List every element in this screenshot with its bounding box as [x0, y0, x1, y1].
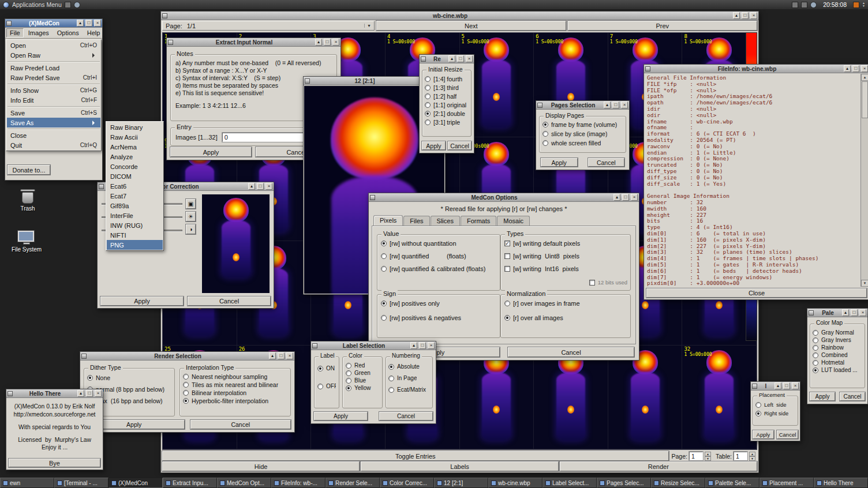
cancel-button[interactable]: Cancel — [190, 420, 291, 429]
menu-item[interactable]: Info Show Ctrl+G — [7, 85, 100, 95]
radio-option[interactable]: Right side — [755, 410, 795, 416]
radio-option[interactable]: Combined — [813, 352, 862, 358]
taskbar-item[interactable]: MedCon Opt... — [217, 478, 271, 488]
menu-item[interactable]: Open Ctrl+O — [7, 40, 100, 50]
maximize-button[interactable]: □ — [742, 12, 749, 19]
radio-option[interactable]: [rw] quantified (floats) — [381, 253, 496, 260]
close-button[interactable]: Close — [646, 288, 867, 298]
checkbox-option[interactable]: [w] writing Int16 pixels — [504, 265, 627, 272]
apply-button[interactable]: Apply — [422, 141, 446, 150]
taskbar-item[interactable]: Palette Sele... — [705, 478, 760, 488]
shade-button[interactable]: ▴ — [842, 309, 849, 316]
shade-button[interactable]: ▴ — [77, 390, 84, 397]
maximize-button[interactable]: □ — [783, 382, 790, 389]
scroll-down-icon[interactable]: ▼ — [861, 280, 868, 287]
taskbar-item[interactable]: Render Sele... — [326, 478, 380, 488]
radio-option[interactable]: [1:3] third — [425, 84, 469, 91]
taskbar-item[interactable]: Hello There — [814, 478, 868, 488]
window-menu-icon[interactable] — [809, 310, 814, 316]
titlebar[interactable]: Render Selection ▴ □ × — [80, 352, 294, 361]
window-menu-icon[interactable] — [6, 21, 12, 26]
taskbar-item[interactable]: Resize Selec... — [651, 478, 705, 488]
xfce-menu-icon[interactable] — [3, 2, 9, 8]
pager-arrows-icon[interactable]: ▲▼ — [862, 2, 865, 7]
maximize-button[interactable]: □ — [457, 55, 464, 62]
cancel-button[interactable]: Cancel — [588, 158, 625, 167]
radio-option[interactable]: None — [87, 374, 171, 381]
brightness-button[interactable]: ☀ — [186, 212, 196, 222]
radio-option[interactable]: [2:1] double — [425, 110, 469, 117]
window-menu-icon[interactable] — [370, 195, 375, 200]
tab[interactable]: Files — [403, 216, 429, 226]
radio-option[interactable]: Bilinear interpolation — [183, 389, 287, 396]
radio-option[interactable]: Ecat/Matrix — [388, 386, 430, 393]
taskbar-item[interactable]: Color Correc... — [380, 478, 434, 488]
maximize-button[interactable]: □ — [85, 20, 92, 27]
menu-item[interactable]: Save Ctrl+S — [7, 108, 100, 118]
maximize-button[interactable]: □ — [257, 183, 264, 190]
contrast-button[interactable]: ◑ — [186, 224, 196, 234]
cancel-button[interactable]: Cancel — [840, 392, 865, 401]
radio-option[interactable]: [1:4] fourth — [425, 76, 469, 82]
menu-item[interactable]: Raw Ascii — [107, 132, 163, 142]
menu-item[interactable]: Concorde — [107, 162, 163, 171]
scan-cell[interactable]: 31 1 S=00s000 — [608, 346, 683, 450]
scrollbar-thumb[interactable] — [862, 81, 868, 118]
shade-button[interactable]: ▴ — [315, 39, 322, 46]
radio-option[interactable]: [rw] quantified & calibrated (floats) — [381, 265, 496, 272]
cancel-button[interactable]: Cancel — [448, 141, 472, 150]
page-combo[interactable]: Page: 1/1 ▼ — [162, 21, 375, 31]
window-menu-icon[interactable] — [537, 103, 542, 108]
radio-option[interactable]: frame by frame (volume) — [542, 121, 623, 128]
taskbar-item[interactable]: Extract Inpu... — [163, 478, 217, 488]
radio-option[interactable]: In Page — [388, 375, 430, 381]
shade-button[interactable]: ▴ — [844, 65, 851, 72]
shade-button[interactable]: ▴ — [410, 342, 417, 349]
radio-option[interactable]: [rw] without quantitation — [381, 240, 496, 247]
menu-item[interactable]: NIFTI — [107, 230, 163, 240]
page-spin-input[interactable] — [689, 452, 703, 460]
window-menu-icon[interactable] — [305, 78, 310, 84]
window-menu-icon[interactable] — [752, 384, 757, 389]
menubar-item[interactable]: Images — [25, 28, 53, 37]
cancel-button[interactable]: Cancel — [508, 347, 634, 357]
close-button[interactable]: × — [94, 20, 101, 27]
table-spin-input[interactable] — [734, 452, 747, 460]
maximize-button[interactable]: □ — [851, 309, 858, 316]
menu-item[interactable]: Gif89a — [107, 201, 163, 211]
radio-option[interactable]: OFF — [317, 383, 336, 389]
radio-option[interactable]: Blue — [346, 377, 379, 384]
maximize-button[interactable]: □ — [419, 342, 426, 349]
menu-item[interactable]: Analyze — [107, 152, 163, 162]
menu-item[interactable]: Quit Ctrl+Q — [7, 140, 100, 150]
taskbar-item[interactable]: wb-cine.wbp — [488, 478, 542, 488]
menu-item[interactable]: InterFile — [107, 211, 163, 220]
menu-item[interactable]: Save As — [7, 118, 100, 127]
radio-option[interactable]: Nearest neighbour sampling — [183, 373, 287, 380]
radio-option[interactable]: Hyperbolic-filter interpolation — [183, 397, 287, 404]
notification-icon[interactable] — [853, 2, 859, 8]
radio-option[interactable]: slice by slice (image) — [542, 130, 623, 137]
radio-option[interactable]: Left side — [755, 401, 795, 408]
menu-item[interactable]: Raw Predef Save Ctrl+I — [7, 73, 100, 82]
scroll-up-icon[interactable]: ▲ — [861, 74, 868, 81]
window-menu-icon[interactable] — [162, 13, 167, 18]
close-button[interactable]: × — [265, 183, 272, 190]
search-icon[interactable] — [74, 2, 80, 8]
shade-button[interactable]: ▴ — [77, 20, 84, 27]
render-button[interactable]: Render — [560, 461, 757, 471]
titlebar[interactable]: wb-cine.wbp ▴ □ × — [161, 12, 758, 20]
close-button[interactable]: × — [792, 382, 799, 389]
radio-option[interactable]: Absolute — [388, 363, 430, 370]
filesystem-desktop-icon[interactable]: File System — [8, 231, 45, 253]
trash-desktop-icon[interactable]: Trash — [9, 189, 46, 212]
menu-item[interactable]: Ecat6 — [107, 181, 163, 191]
titlebar[interactable]: Label Selection ▴ □ × — [311, 341, 436, 350]
window-menu-icon[interactable] — [168, 40, 173, 45]
apply-button[interactable]: Apply — [541, 158, 578, 167]
taskbar-item[interactable]: Label Select... — [542, 478, 597, 488]
maximize-button[interactable]: □ — [622, 194, 629, 201]
radio-option[interactable]: Gray Invers — [813, 337, 862, 343]
menu-item[interactable]: Ecat7 — [107, 191, 163, 201]
window-menu-icon[interactable] — [645, 66, 650, 72]
